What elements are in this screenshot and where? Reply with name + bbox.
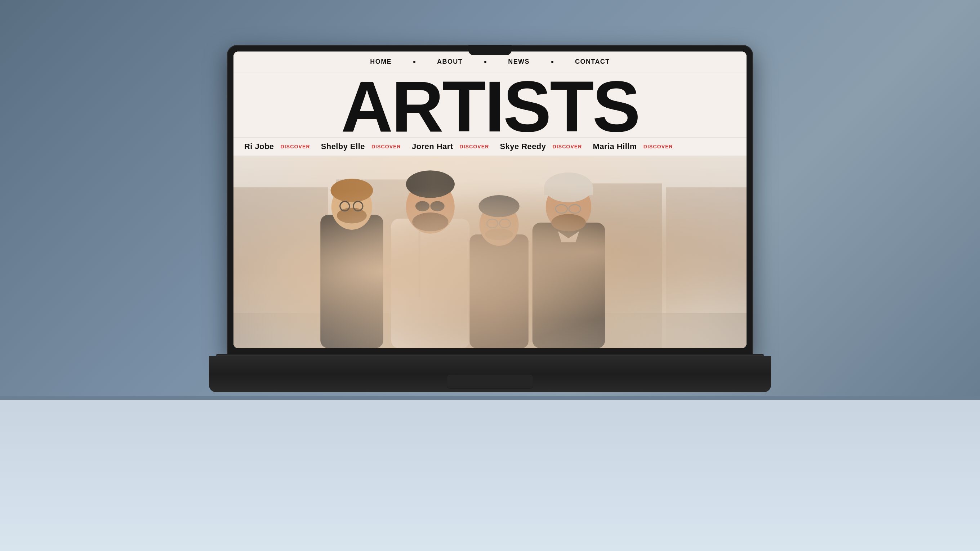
artist-entry-0: Ri Jobe DISCOVER <box>244 142 310 151</box>
artist-entry-2: Joren Hart DISCOVER <box>412 142 489 151</box>
nav-dot-2 <box>484 61 487 63</box>
svg-point-31 <box>551 214 586 231</box>
discover-btn-2[interactable]: DISCOVER <box>460 144 489 149</box>
svg-point-18 <box>415 201 430 211</box>
svg-point-28 <box>546 183 591 231</box>
svg-rect-14 <box>418 219 420 297</box>
website-content: HOME ABOUT NEWS CONTACT ARTISTS Ri Jobe … <box>234 51 746 348</box>
band-photo-svg <box>234 156 746 348</box>
artist-name-3: Skye Reedy <box>500 142 546 151</box>
svg-rect-13 <box>391 219 469 348</box>
svg-point-15 <box>406 180 455 234</box>
artist-name-1: Shelby Elle <box>321 142 365 151</box>
svg-rect-21 <box>469 235 528 348</box>
svg-rect-3 <box>564 183 662 348</box>
svg-point-12 <box>353 201 363 211</box>
laptop-base <box>209 356 771 392</box>
nav-dot-3 <box>551 61 554 63</box>
svg-rect-5 <box>234 313 746 348</box>
svg-point-16 <box>406 170 455 198</box>
discover-btn-0[interactable]: DISCOVER <box>281 144 310 149</box>
svg-point-25 <box>500 219 511 228</box>
svg-point-10 <box>337 208 367 224</box>
svg-rect-35 <box>234 156 746 348</box>
svg-rect-2 <box>336 179 446 348</box>
svg-point-33 <box>569 205 581 213</box>
discover-btn-1[interactable]: DISCOVER <box>371 144 401 149</box>
artist-name-0: Ri Jobe <box>244 142 274 151</box>
laptop: HOME ABOUT NEWS CONTACT ARTISTS Ri Jobe … <box>209 45 771 477</box>
svg-point-9 <box>331 179 373 202</box>
artist-entry-3: Skye Reedy DISCOVER <box>500 142 582 151</box>
svg-rect-1 <box>234 187 328 348</box>
artist-name-4: Maria Hillm <box>593 142 637 151</box>
svg-rect-6 <box>234 156 746 348</box>
svg-point-11 <box>340 201 350 211</box>
artist-bar: Ri Jobe DISCOVER Shelby Elle DISCOVER Jo… <box>234 137 746 156</box>
svg-point-29 <box>544 173 593 202</box>
svg-rect-30 <box>544 187 593 195</box>
page-title: ARTISTS <box>234 72 746 137</box>
nav-contact[interactable]: CONTACT <box>575 58 610 65</box>
nav-dot-1 <box>413 61 415 63</box>
svg-rect-7 <box>320 214 383 348</box>
artist-entry-1: Shelby Elle DISCOVER <box>321 142 401 151</box>
nav-news[interactable]: NEWS <box>508 58 530 65</box>
nav-about[interactable]: ABOUT <box>437 58 463 65</box>
discover-btn-3[interactable]: DISCOVER <box>552 144 582 149</box>
svg-point-19 <box>430 201 444 211</box>
discover-btn-4[interactable]: DISCOVER <box>643 144 673 149</box>
svg-point-22 <box>480 203 519 246</box>
hero-image <box>234 156 746 348</box>
artist-entry-4: Maria Hillm DISCOVER <box>593 142 673 151</box>
svg-rect-27 <box>533 222 605 348</box>
notch <box>468 45 512 55</box>
svg-point-8 <box>331 184 372 229</box>
svg-rect-36 <box>234 156 746 348</box>
nav-home[interactable]: HOME <box>370 58 391 65</box>
screen-inner: HOME ABOUT NEWS CONTACT ARTISTS Ri Jobe … <box>234 51 746 348</box>
artist-name-2: Joren Hart <box>412 142 453 151</box>
svg-point-23 <box>479 195 519 217</box>
svg-rect-0 <box>234 156 746 348</box>
svg-rect-4 <box>666 187 746 348</box>
svg-marker-34 <box>558 231 579 242</box>
trackpad[interactable] <box>447 374 533 389</box>
svg-point-17 <box>412 213 448 231</box>
svg-point-32 <box>555 205 568 213</box>
svg-point-26 <box>485 229 513 241</box>
screen-lid: HOME ABOUT NEWS CONTACT ARTISTS Ri Jobe … <box>227 45 753 355</box>
svg-point-24 <box>487 219 498 228</box>
